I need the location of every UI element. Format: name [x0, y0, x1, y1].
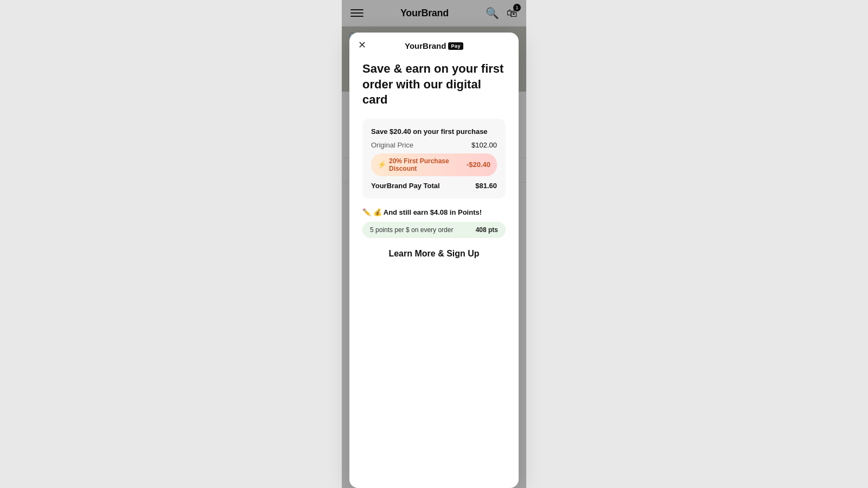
total-label: YourBrand Pay Total	[371, 182, 440, 190]
lightning-icon: ⚡	[378, 160, 386, 169]
points-badge-value: 408 pts	[476, 226, 498, 234]
modal-dialog: ✕ YourBrand Pay Save & earn on your firs…	[349, 33, 519, 488]
points-badge-label: 5 points per $ on every order	[370, 226, 453, 234]
discount-value: -$20.40	[467, 160, 490, 169]
points-section: ✏️ 💰 And still earn $4.08 in Points! 5 p…	[349, 208, 519, 238]
page-wrapper: YourBrand 🔍 🛍 1 🔍 👟 7 7.5 8 8.5 9 9.5 10…	[342, 0, 526, 488]
modal-overlay: ✕ YourBrand Pay Save & earn on your firs…	[342, 0, 526, 488]
savings-card-heading: Save $20.40 on your first purchase	[371, 127, 497, 136]
modal-body: Save & earn on your first order with our…	[349, 57, 519, 198]
original-price-label: Original Price	[371, 141, 413, 149]
learn-more-signup-link[interactable]: Learn More & Sign Up	[362, 249, 506, 259]
original-price-value: $102.00	[471, 141, 497, 149]
discount-row: ⚡ 20% First Purchase Discount -$20.40	[371, 153, 497, 176]
modal-title: Save & earn on your first order with our…	[362, 61, 506, 108]
total-value: $81.60	[475, 182, 497, 190]
modal-cta: Learn More & Sign Up	[349, 249, 519, 259]
points-title: ✏️ 💰 And still earn $4.08 in Points!	[362, 208, 506, 216]
modal-logo-badge: Pay	[448, 42, 463, 50]
points-badge: 5 points per $ on every order 408 pts	[362, 222, 506, 238]
modal-logo: YourBrand Pay	[405, 41, 463, 50]
modal-logo-text: YourBrand	[405, 41, 446, 50]
savings-card: Save $20.40 on your first purchase Origi…	[362, 119, 506, 198]
total-row: YourBrand Pay Total $81.60	[371, 182, 497, 190]
discount-label-text: 20% First Purchase Discount	[389, 157, 467, 172]
discount-label: ⚡ 20% First Purchase Discount	[378, 157, 467, 172]
modal-close-button[interactable]: ✕	[358, 40, 366, 50]
original-price-row: Original Price $102.00	[371, 141, 497, 149]
modal-header: ✕ YourBrand Pay	[349, 33, 519, 57]
